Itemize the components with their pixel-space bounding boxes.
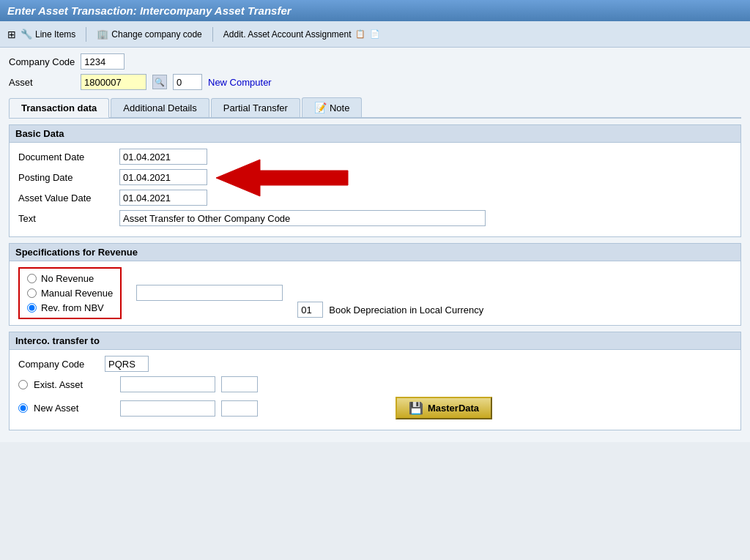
- rev-from-nbv-radio[interactable]: [27, 303, 37, 313]
- exist-asset-row: Exist. Asset: [18, 376, 732, 392]
- exist-asset-radio[interactable]: [18, 380, 28, 389]
- note-icon: 📝: [314, 102, 327, 113]
- asset-label: Asset: [9, 77, 75, 88]
- nbv-code-input[interactable]: [297, 302, 323, 318]
- line-items-icon: ⊞: [6, 29, 18, 40]
- masterdata-btn-label: MasterData: [428, 403, 479, 414]
- company-code-input[interactable]: [81, 53, 125, 70]
- toolbar-sep-2: [212, 27, 213, 42]
- page-title: Enter Asset Transaction: Intercompany As…: [7, 4, 292, 17]
- basic-data-header: Basic Data: [10, 125, 740, 143]
- specifications-header: Specifications for Revenue: [10, 244, 740, 261]
- change-company-icon: 🏢: [97, 29, 108, 40]
- asset-value-date-input[interactable]: [119, 190, 207, 206]
- no-revenue-radio[interactable]: [27, 274, 37, 283]
- text-input[interactable]: [119, 210, 486, 226]
- rev-from-nbv-detail: Book Depreciation in Local Currency: [297, 302, 483, 318]
- posting-date-label: Posting Date: [18, 172, 114, 183]
- revenue-radio-group: No Revenue Manual Revenue Rev. from NBV: [18, 267, 122, 319]
- interco-company-code-label: Company Code: [18, 359, 99, 370]
- nbv-description: Book Depreciation in Local Currency: [329, 305, 483, 316]
- change-company-code-btn[interactable]: 🏢 Change company code: [97, 29, 201, 40]
- no-revenue-label: No Revenue: [41, 273, 94, 284]
- asset-value-date-row: Asset Value Date: [18, 190, 732, 206]
- asset-value-date-label: Asset Value Date: [18, 193, 114, 204]
- asset-row: Asset 🔍 New Computer: [9, 74, 741, 90]
- interco-content: Company Code Exist. Asset New Asset 💾 Ma…: [10, 350, 740, 430]
- interco-panel: Interco. transfer to Company Code Exist.…: [9, 332, 741, 430]
- line-items-btn[interactable]: ⊞ 🔧 Line Items: [6, 29, 75, 40]
- line-items-icon2: 🔧: [21, 29, 32, 40]
- addit-asset-icon2: 📄: [369, 29, 381, 40]
- asset-search-btn[interactable]: 🔍: [152, 75, 167, 89]
- asset-sub-input[interactable]: [173, 74, 202, 90]
- title-bar: Enter Asset Transaction: Intercompany As…: [0, 0, 750, 21]
- specifications-content: No Revenue Manual Revenue Rev. from NBV …: [10, 261, 740, 325]
- interco-company-code-input[interactable]: [105, 356, 149, 372]
- tabs-line: [9, 117, 741, 119]
- asset-input[interactable]: [81, 74, 146, 90]
- document-date-label: Document Date: [18, 152, 114, 163]
- main-content: Company Code Asset 🔍 New Computer Transa…: [0, 48, 750, 442]
- rev-from-nbv-row: Rev. from NBV: [27, 302, 113, 313]
- asset-description: New Computer: [208, 77, 272, 88]
- addit-asset-label: Addit. Asset Account Assignment: [223, 29, 352, 40]
- line-items-label: Line Items: [35, 29, 75, 40]
- new-asset-input1[interactable]: [120, 400, 215, 417]
- interco-header: Interco. transfer to: [10, 332, 740, 350]
- tab-note[interactable]: 📝 Note: [302, 97, 362, 117]
- company-code-label: Company Code: [9, 56, 75, 67]
- manual-revenue-input[interactable]: [136, 285, 283, 301]
- tab-additional-details[interactable]: Additional Details: [111, 98, 209, 117]
- document-date-input[interactable]: [119, 149, 207, 165]
- change-company-label: Change company code: [111, 29, 201, 40]
- masterdata-save-icon: 💾: [409, 401, 423, 415]
- toolbar: ⊞ 🔧 Line Items 🏢 Change company code Add…: [0, 21, 750, 48]
- no-revenue-row: No Revenue: [27, 273, 113, 284]
- tabs-container: Transaction data Additional Details Part…: [9, 97, 741, 117]
- posting-date-row: Posting Date: [18, 169, 732, 185]
- manual-revenue-radio[interactable]: [27, 288, 37, 298]
- exist-asset-input1[interactable]: [120, 376, 215, 392]
- tab-partial-transfer[interactable]: Partial Transfer: [211, 98, 300, 117]
- manual-revenue-row: Manual Revenue: [27, 288, 113, 299]
- new-asset-row: New Asset 💾 MasterData: [18, 397, 732, 419]
- exist-asset-label: Exist. Asset: [34, 379, 114, 390]
- rev-from-nbv-label: Rev. from NBV: [41, 302, 104, 313]
- basic-data-content: Document Date Posting Date Asset Value D…: [10, 143, 740, 236]
- new-asset-input2[interactable]: [221, 400, 258, 417]
- addit-asset-btn[interactable]: Addit. Asset Account Assignment 📋 📄: [223, 29, 381, 40]
- text-label: Text: [18, 213, 114, 224]
- basic-data-panel: Basic Data Document Date Posting Date As…: [9, 124, 741, 237]
- interco-company-code-row: Company Code: [18, 356, 732, 372]
- exist-asset-input2[interactable]: [221, 376, 258, 392]
- new-asset-label: New Asset: [34, 403, 114, 414]
- new-asset-radio[interactable]: [18, 403, 28, 413]
- specifications-panel: Specifications for Revenue No Revenue Ma…: [9, 243, 741, 326]
- company-code-row: Company Code: [9, 53, 741, 70]
- manual-revenue-label: Manual Revenue: [41, 288, 113, 299]
- tab-transaction-data[interactable]: Transaction data: [9, 98, 109, 118]
- document-date-row: Document Date: [18, 149, 732, 165]
- toolbar-sep-1: [86, 27, 86, 42]
- text-row: Text: [18, 210, 732, 226]
- posting-date-input[interactable]: [119, 169, 207, 185]
- addit-asset-icon1: 📋: [354, 29, 366, 40]
- masterdata-btn[interactable]: 💾 MasterData: [396, 397, 492, 419]
